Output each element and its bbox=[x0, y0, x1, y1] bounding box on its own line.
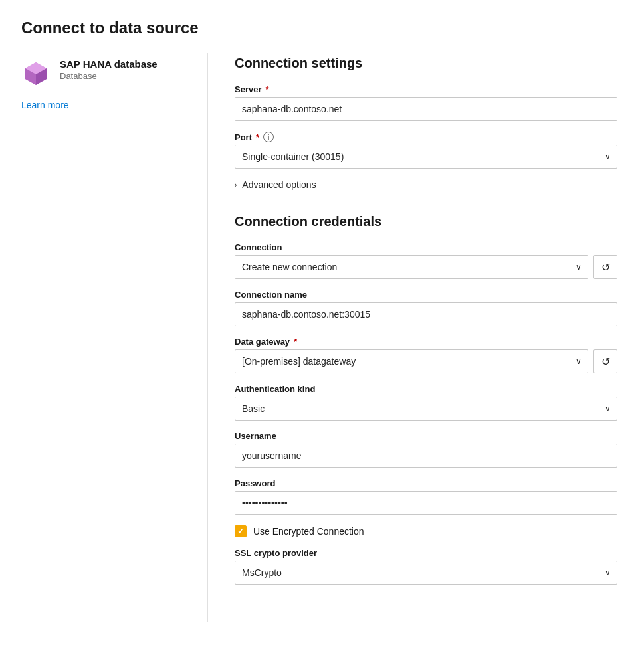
connection-label: Connection bbox=[235, 242, 617, 252]
encrypted-connection-label: Use Encrypted Connection bbox=[253, 526, 364, 537]
connection-settings-title: Connection settings bbox=[235, 56, 617, 71]
auth-kind-label: Authentication kind bbox=[235, 384, 617, 394]
server-required: * bbox=[265, 84, 268, 94]
port-info-icon: i bbox=[263, 132, 274, 142]
left-panel: SAP HANA database Database Learn more bbox=[21, 53, 207, 622]
connection-name-input[interactable] bbox=[235, 302, 617, 326]
connector-type: Database bbox=[60, 71, 158, 81]
port-required: * bbox=[256, 132, 259, 142]
auth-kind-select[interactable]: Basic Windows OAuth2 bbox=[235, 397, 617, 421]
auth-kind-select-wrapper: Basic Windows OAuth2 ∨ bbox=[235, 397, 617, 421]
connection-settings-section: Connection settings Server* Port* i Sing… bbox=[235, 53, 617, 206]
data-gateway-refresh-icon: ↺ bbox=[601, 355, 610, 368]
port-select-wrapper: Single-container (30015) Multiple contai… bbox=[235, 145, 617, 169]
connector-text: SAP HANA database Database bbox=[60, 58, 158, 81]
connection-refresh-icon: ↺ bbox=[601, 261, 610, 274]
connection-name-label: Connection name bbox=[235, 290, 617, 300]
port-field-group: Port* i Single-container (30015) Multipl… bbox=[235, 132, 617, 169]
data-gateway-label: Data gateway* bbox=[235, 337, 617, 347]
password-input[interactable] bbox=[235, 491, 617, 515]
encrypted-connection-checkbox[interactable]: ✓ bbox=[235, 525, 247, 537]
data-gateway-refresh-button[interactable]: ↺ bbox=[593, 349, 617, 373]
advanced-options-toggle[interactable]: › Advanced options bbox=[235, 179, 617, 190]
page-title: Connect to data source bbox=[0, 0, 644, 53]
advanced-chevron-icon: › bbox=[235, 181, 237, 189]
data-gateway-select[interactable]: [On-premises] datagateway bbox=[235, 349, 588, 373]
data-gateway-select-with-refresh: [On-premises] datagateway ∨ ↺ bbox=[235, 349, 617, 373]
right-panel: Connection settings Server* Port* i Sing… bbox=[208, 53, 644, 622]
ssl-crypto-label: SSL crypto provider bbox=[235, 548, 617, 558]
connection-select-wrapper: Create new connection ∨ bbox=[235, 255, 588, 279]
server-input[interactable] bbox=[235, 97, 617, 121]
username-field-group: Username bbox=[235, 431, 617, 468]
data-gateway-select-wrapper: [On-premises] datagateway ∨ bbox=[235, 349, 588, 373]
checkmark-icon: ✓ bbox=[237, 527, 244, 536]
learn-more-link[interactable]: Learn more bbox=[21, 100, 69, 110]
advanced-options-label: Advanced options bbox=[242, 179, 316, 190]
encrypted-connection-row: ✓ Use Encrypted Connection bbox=[235, 525, 617, 537]
ssl-crypto-select[interactable]: MsCrypto OpenSSL bbox=[235, 561, 617, 585]
connector-icon bbox=[21, 58, 51, 88]
connection-credentials-title: Connection credentials bbox=[235, 214, 617, 229]
server-field-group: Server* bbox=[235, 84, 617, 121]
password-field-group: Password bbox=[235, 478, 617, 515]
password-label: Password bbox=[235, 478, 617, 488]
connection-select[interactable]: Create new connection bbox=[235, 255, 588, 279]
port-select[interactable]: Single-container (30015) Multiple contai… bbox=[235, 145, 617, 169]
ssl-crypto-field-group: SSL crypto provider MsCrypto OpenSSL ∨ bbox=[235, 548, 617, 585]
connector-info: SAP HANA database Database bbox=[21, 58, 158, 88]
data-gateway-field-group: Data gateway* [On-premises] datagateway … bbox=[235, 337, 617, 373]
connection-name-field-group: Connection name bbox=[235, 290, 617, 326]
connection-refresh-button[interactable]: ↺ bbox=[593, 255, 617, 279]
connection-field-group: Connection Create new connection ∨ ↺ bbox=[235, 242, 617, 279]
port-label: Port* i bbox=[235, 132, 617, 142]
username-input[interactable] bbox=[235, 444, 617, 468]
username-label: Username bbox=[235, 431, 617, 441]
connection-credentials-section: Connection credentials Connection Create… bbox=[235, 211, 617, 595]
data-gateway-required: * bbox=[294, 337, 297, 347]
auth-kind-field-group: Authentication kind Basic Windows OAuth2… bbox=[235, 384, 617, 421]
connection-select-with-refresh: Create new connection ∨ ↺ bbox=[235, 255, 617, 279]
ssl-crypto-select-wrapper: MsCrypto OpenSSL ∨ bbox=[235, 561, 617, 585]
server-label: Server* bbox=[235, 84, 617, 94]
connector-name: SAP HANA database bbox=[60, 58, 158, 70]
